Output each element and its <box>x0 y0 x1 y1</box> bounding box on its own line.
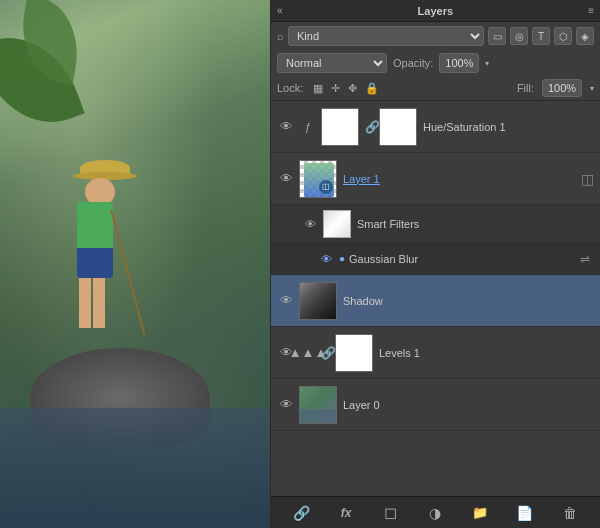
layer-item-shadow[interactable]: 👁 Shadow <box>271 275 600 327</box>
hue-sat-mask-thumbnail <box>379 108 417 146</box>
lock-row: Lock: ▦ ✛ ✥ 🔒 Fill: ▾ <box>271 76 600 101</box>
filter-kind-label: ⌕ <box>277 30 284 42</box>
layer-item-smart-filters[interactable]: 👁 Smart Filters <box>271 205 600 243</box>
add-mask-button[interactable]: ◻ <box>380 502 402 524</box>
background-photo <box>0 0 270 528</box>
lock-label: Lock: <box>277 82 303 94</box>
blend-mode-row: Normal Opacity: ▾ <box>271 50 600 76</box>
visibility-eye-shadow[interactable]: 👁 <box>277 292 295 310</box>
visibility-eye-layer1[interactable]: 👁 <box>277 170 295 188</box>
lock-transparency-icon[interactable]: ▦ <box>311 81 325 96</box>
new-layer-button[interactable]: 📄 <box>514 502 536 524</box>
layer1-extra-icon: ◫ <box>581 171 594 187</box>
opacity-dropdown-arrow[interactable]: ▾ <box>485 59 489 68</box>
panel-toolbar: 🔗 fx ◻ ◑ 📁 📄 🗑 <box>271 496 600 528</box>
fill-label: Fill: <box>517 82 534 94</box>
blend-mode-select[interactable]: Normal <box>277 53 387 73</box>
collapse-arrows-icon[interactable]: « <box>277 5 283 16</box>
filter-smart-icon[interactable]: ◈ <box>576 27 594 45</box>
layer0-thumbnail <box>299 386 337 424</box>
shadow-name: Shadow <box>343 295 594 307</box>
filter-kind-select[interactable]: Kind <box>288 26 484 46</box>
levels-link-icon: 🔗 <box>321 334 335 372</box>
fill-dropdown-arrow[interactable]: ▾ <box>590 84 594 93</box>
layer-item-levels[interactable]: 👁 ▲▲▲ 🔗 Levels 1 <box>271 327 600 379</box>
hue-sat-link-icon: 🔗 <box>365 108 379 146</box>
filter-adjust-icon[interactable]: ◎ <box>510 27 528 45</box>
layer0-name: Layer 0 <box>343 399 594 411</box>
lock-position-icon[interactable]: ✥ <box>346 81 359 96</box>
fill-input[interactable] <box>542 79 582 97</box>
hue-sat-adj-icon: ƒ <box>299 118 317 136</box>
opacity-label: Opacity: <box>393 57 433 69</box>
gaussian-icon: ● <box>339 253 345 264</box>
gaussian-options-icon[interactable]: ⇌ <box>576 250 594 268</box>
smart-object-badge: ◫ <box>319 180 333 194</box>
water-element <box>0 408 270 528</box>
lock-pixels-icon[interactable]: ✛ <box>329 81 342 96</box>
panel-titlebar: « Layers ≡ <box>271 0 600 22</box>
lock-all-icon[interactable]: 🔒 <box>363 81 381 96</box>
opacity-input[interactable] <box>439 53 479 73</box>
panel-title: Layers <box>418 5 453 17</box>
lock-icons-group: ▦ ✛ ✥ 🔒 <box>311 81 381 96</box>
layer-item-layer0[interactable]: 👁 Layer 0 <box>271 379 600 431</box>
visibility-eye-smart-filters[interactable]: 👁 <box>301 215 319 233</box>
layer1-name: Layer 1 <box>343 173 577 185</box>
delete-layer-button[interactable]: 🗑 <box>559 502 581 524</box>
levels-adj-icon: ▲▲▲ <box>299 344 317 362</box>
hue-sat-thumbnail <box>321 108 359 146</box>
visibility-eye-layer0[interactable]: 👁 <box>277 396 295 414</box>
filter-shape-icon[interactable]: ⬡ <box>554 27 572 45</box>
new-adjustment-button[interactable]: ◑ <box>424 502 446 524</box>
layers-panel: « Layers ≡ ⌕ Kind ▭ ◎ T ⬡ ◈ Normal Opaci… <box>270 0 600 528</box>
layer-item-layer1[interactable]: 👁 ◫ Layer 1 ◫ <box>271 153 600 205</box>
smart-filters-thumbnail <box>323 210 351 238</box>
visibility-eye-hue-sat[interactable]: 👁 <box>277 118 295 136</box>
visibility-eye-gaussian[interactable]: 👁 <box>317 250 335 268</box>
shadow-thumbnail <box>299 282 337 320</box>
layer1-thumbnail: ◫ <box>299 160 337 198</box>
fx-button[interactable]: fx <box>335 502 357 524</box>
levels-name: Levels 1 <box>379 347 594 359</box>
link-layers-button[interactable]: 🔗 <box>290 502 312 524</box>
girl-figure <box>55 160 175 360</box>
layer-item-hue-sat[interactable]: 👁 ƒ 🔗 Hue/Saturation 1 <box>271 101 600 153</box>
gaussian-blur-name: Gaussian Blur <box>349 253 576 265</box>
hue-sat-name: Hue/Saturation 1 <box>423 121 594 133</box>
new-group-button[interactable]: 📁 <box>469 502 491 524</box>
filter-row: ⌕ Kind ▭ ◎ T ⬡ ◈ <box>271 22 600 50</box>
layers-list: 👁 ƒ 🔗 Hue/Saturation 1 👁 ◫ Layer 1 ◫ 👁 S… <box>271 101 600 496</box>
levels-mask-thumbnail <box>335 334 373 372</box>
panel-menu-icon[interactable]: ≡ <box>588 5 594 16</box>
smart-filters-name: Smart Filters <box>357 218 594 230</box>
layer-item-gaussian-blur[interactable]: 👁 ● Gaussian Blur ⇌ <box>271 243 600 275</box>
filter-type-icon[interactable]: T <box>532 27 550 45</box>
filter-pixel-icon[interactable]: ▭ <box>488 27 506 45</box>
